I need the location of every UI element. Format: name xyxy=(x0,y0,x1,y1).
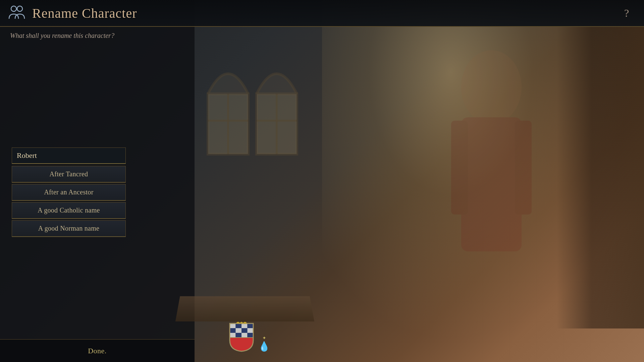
options-list: After Tancred After an Ancestor A good C… xyxy=(12,166,126,237)
svg-rect-25 xyxy=(515,121,532,215)
main-content: After Tancred After an Ancestor A good C… xyxy=(0,27,195,362)
svg-rect-10 xyxy=(230,323,236,328)
svg-rect-23 xyxy=(461,117,522,251)
svg-rect-16 xyxy=(241,328,248,333)
option-after-ancestor[interactable]: After an Ancestor xyxy=(12,184,126,201)
svg-point-22 xyxy=(461,50,522,124)
option-after-tancred[interactable]: After Tancred xyxy=(12,166,126,183)
done-section: Done. xyxy=(0,339,195,362)
header-icon xyxy=(7,3,27,23)
svg-rect-18 xyxy=(230,333,236,338)
svg-rect-20 xyxy=(241,333,248,338)
svg-rect-13 xyxy=(248,323,254,328)
heraldry-area: ✦ 💧 xyxy=(228,322,270,352)
character-figure xyxy=(399,27,584,322)
option-catholic-name[interactable]: A good Catholic name xyxy=(12,202,126,219)
done-button[interactable]: Done. xyxy=(78,343,117,359)
svg-rect-24 xyxy=(451,121,468,215)
svg-point-9 xyxy=(17,6,22,11)
droplet-ornament: ✦ xyxy=(262,335,266,341)
header: Rename Character ? xyxy=(0,0,644,27)
svg-rect-7 xyxy=(257,94,297,154)
desk-surface xyxy=(175,296,314,321)
droplet-symbol: 💧 xyxy=(258,341,270,352)
window-arch xyxy=(201,27,319,168)
help-button[interactable]: ? xyxy=(619,6,634,20)
svg-point-8 xyxy=(11,6,16,11)
svg-rect-15 xyxy=(236,328,242,333)
option-norman-name[interactable]: A good Norman name xyxy=(12,220,126,237)
heraldic-shield xyxy=(228,322,255,352)
svg-rect-12 xyxy=(241,323,248,328)
svg-rect-19 xyxy=(236,333,242,338)
svg-rect-14 xyxy=(230,328,236,333)
svg-rect-17 xyxy=(248,328,254,333)
name-input-wrapper xyxy=(12,147,126,164)
svg-rect-6 xyxy=(208,94,248,154)
svg-rect-21 xyxy=(248,333,254,338)
name-input[interactable] xyxy=(12,147,126,164)
header-title: Rename Character xyxy=(32,5,137,21)
svg-rect-11 xyxy=(236,323,242,328)
droplet-icon: ✦ 💧 xyxy=(258,335,270,352)
